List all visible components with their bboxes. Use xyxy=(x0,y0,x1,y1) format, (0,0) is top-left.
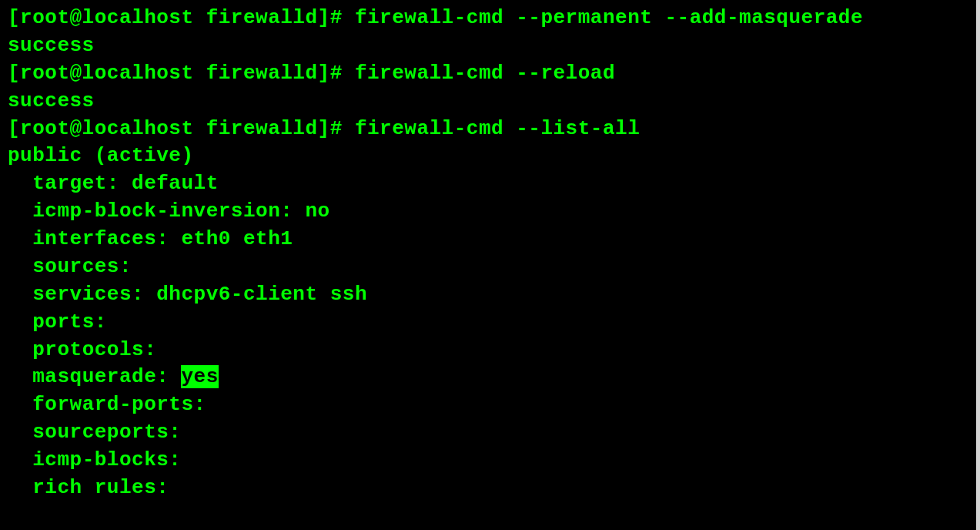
zone-header: public (active) xyxy=(8,144,194,167)
rich-rules-line: rich rules: xyxy=(8,476,169,499)
masquerade-label: masquerade: xyxy=(8,365,181,388)
command-text: firewall-cmd --reload xyxy=(355,62,615,85)
sources-line: sources: xyxy=(8,255,132,278)
target-line: target: default xyxy=(8,172,219,195)
ports-line: ports: xyxy=(8,310,107,334)
masquerade-value-highlighted: yes xyxy=(181,365,218,388)
forward-ports-line: forward-ports: xyxy=(8,393,206,416)
shell-prompt: [root@localhost firewalld]# xyxy=(8,6,355,29)
shell-prompt: [root@localhost firewalld]# xyxy=(8,62,355,85)
protocols-line: protocols: xyxy=(8,338,156,361)
scrollbar-track[interactable] xyxy=(976,0,980,530)
command-text: firewall-cmd --list-all xyxy=(355,117,640,140)
command-result: success xyxy=(8,89,95,112)
command-text: firewall-cmd --permanent --add-masquerad… xyxy=(355,6,863,29)
terminal-output[interactable]: [root@localhost firewalld]# firewall-cmd… xyxy=(8,5,972,502)
icmp-inversion-line: icmp-block-inversion: no xyxy=(8,200,330,223)
sourceports-line: sourceports: xyxy=(8,421,181,444)
interfaces-line: interfaces: eth0 eth1 xyxy=(8,227,293,250)
command-result: success xyxy=(8,34,95,57)
icmp-blocks-line: icmp-blocks: xyxy=(8,448,181,471)
services-line: services: dhcpv6-client ssh xyxy=(8,283,367,306)
shell-prompt: [root@localhost firewalld]# xyxy=(8,117,355,140)
